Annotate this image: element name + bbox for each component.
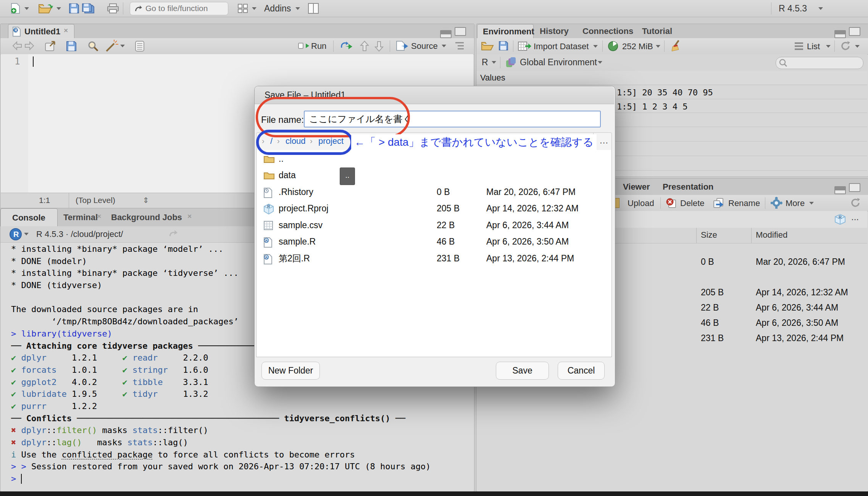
language-menu[interactable]: R <box>482 57 488 68</box>
memory-pie-icon[interactable] <box>608 41 618 54</box>
refresh-icon[interactable] <box>840 40 851 54</box>
tab-viewer[interactable]: Viewer <box>623 182 650 192</box>
language-caret[interactable] <box>492 61 496 64</box>
refresh-caret[interactable] <box>855 45 860 48</box>
file-row-rhistory[interactable]: .Rhistory 0 B Mar 20, 2026, 6:47 PM <box>258 184 610 201</box>
maximize-icon[interactable] <box>455 27 466 36</box>
cancel-button[interactable]: Cancel <box>558 362 605 380</box>
back-icon[interactable] <box>12 41 23 53</box>
save-icon[interactable] <box>69 3 79 16</box>
path-ellipsis-button[interactable]: ... <box>851 212 859 222</box>
save-button[interactable]: Save <box>496 362 549 380</box>
tab-terminal[interactable]: Terminal <box>63 213 98 222</box>
rerun-icon[interactable] <box>340 41 353 53</box>
global-environment-menu[interactable]: Global Environment <box>520 57 597 68</box>
source-window-buttons[interactable] <box>440 27 466 38</box>
maximize-icon[interactable] <box>849 183 860 192</box>
save-workspace-icon[interactable] <box>499 41 508 53</box>
panes-caret[interactable] <box>252 7 257 10</box>
file-row-data[interactable]: data <box>258 167 610 184</box>
delete-icon[interactable] <box>666 198 677 211</box>
import-dataset-icon[interactable] <box>518 40 531 54</box>
memory-usage-button[interactable]: 252 MiB <box>622 42 653 52</box>
refresh-icon[interactable] <box>850 197 861 211</box>
tab-console[interactable]: Console <box>0 208 58 226</box>
tab-close-icon[interactable]: × <box>64 26 68 35</box>
show-directory-icon[interactable] <box>168 229 178 240</box>
document-outline-icon[interactable] <box>455 41 465 53</box>
env-value-row[interactable]: 1:5] 20 35 40 70 95 <box>617 88 713 97</box>
size-column-header[interactable]: Size <box>701 230 717 240</box>
more-button[interactable]: More <box>786 198 805 208</box>
maximize-icon[interactable] <box>849 27 860 36</box>
import-dataset-caret[interactable] <box>593 45 598 48</box>
list-view-caret[interactable] <box>826 45 831 48</box>
goto-file-box[interactable] <box>130 2 228 15</box>
addins-caret[interactable] <box>295 7 300 10</box>
new-file-caret[interactable] <box>24 7 29 10</box>
rename-icon[interactable] <box>713 198 725 211</box>
print-icon[interactable] <box>107 3 119 16</box>
environment-search-box[interactable] <box>776 57 863 69</box>
code-tools-caret[interactable] <box>120 45 125 47</box>
forward-icon[interactable] <box>24 41 35 53</box>
code-tools-wand-icon[interactable] <box>104 40 119 55</box>
compile-report-icon[interactable] <box>135 40 145 54</box>
file-row-csv[interactable]: sample.csv 22 B Apr 6, 2026, 3:44 AM <box>258 217 610 234</box>
r-version-menu[interactable]: R 4.5.3 <box>779 3 807 14</box>
save-icon[interactable] <box>66 41 77 54</box>
modified-column-header[interactable]: Modified <box>756 230 787 240</box>
scope-label[interactable]: (Top Level) <box>76 196 115 205</box>
r-version-caret[interactable] <box>818 7 823 10</box>
open-file-caret[interactable] <box>56 7 61 10</box>
upload-button[interactable]: Upload <box>628 198 654 208</box>
tab-untitled1[interactable]: R Untitled1 × <box>8 24 74 38</box>
tab-connections[interactable]: Connections <box>582 26 633 36</box>
load-workspace-icon[interactable] <box>481 41 495 54</box>
source-button[interactable]: Source <box>411 41 438 51</box>
env-value-row[interactable]: 1:5] 1 2 3 4 5 <box>617 102 687 111</box>
minimize-icon[interactable] <box>834 186 846 194</box>
columns-layout-icon[interactable] <box>308 3 319 16</box>
console-r-caret[interactable] <box>24 233 29 235</box>
tab-terminal-close-icon[interactable]: × <box>97 212 101 221</box>
global-environment-caret[interactable] <box>598 61 602 64</box>
file-row-rproj[interactable]: R project.Rproj 205 B Apr 14, 2026, 12:3… <box>258 200 610 217</box>
new-file-icon[interactable] <box>10 3 21 16</box>
open-in-window-icon[interactable] <box>45 41 56 54</box>
search-icon[interactable] <box>87 40 99 54</box>
gear-icon[interactable] <box>770 197 782 211</box>
tab-history[interactable]: History <box>540 26 569 36</box>
file-row-dai2kai[interactable]: R 第2回.R 231 B Apr 13, 2026, 2:44 PM <box>258 250 610 267</box>
tab-background-jobs-close-icon[interactable]: × <box>187 212 192 221</box>
workspace-panes-icon[interactable] <box>237 3 248 16</box>
clear-broom-icon[interactable] <box>670 40 682 55</box>
tab-presentation[interactable]: Presentation <box>663 182 713 192</box>
addins-button[interactable]: Addins <box>264 3 291 14</box>
file-row-sample-r[interactable]: R sample.R 46 B Apr 6, 2026, 3:50 AM <box>258 234 610 250</box>
import-dataset-button[interactable]: Import Dataset <box>534 42 589 52</box>
open-file-icon[interactable] <box>38 3 53 17</box>
files-window-buttons[interactable] <box>834 183 860 194</box>
delete-button[interactable]: Delete <box>680 198 705 208</box>
go-down-icon[interactable] <box>374 40 384 54</box>
tab-background-jobs[interactable]: Background Jobs <box>111 213 182 222</box>
list-view-icon[interactable] <box>794 42 804 53</box>
tab-tutorial[interactable]: Tutorial <box>642 26 672 36</box>
source-doc-icon[interactable] <box>396 40 409 53</box>
list-view-button[interactable]: List <box>807 42 820 52</box>
more-caret[interactable] <box>809 202 814 205</box>
breadcrumb-ellipsis-button[interactable]: … <box>599 135 608 146</box>
new-folder-button[interactable]: New Folder <box>261 362 320 380</box>
minimize-icon[interactable] <box>440 30 452 38</box>
save-all-icon[interactable] <box>82 3 95 16</box>
goto-file-input[interactable] <box>145 3 224 13</box>
run-icon[interactable] <box>298 41 310 53</box>
environment-window-buttons[interactable] <box>834 27 860 38</box>
memory-caret[interactable] <box>656 45 660 48</box>
source-caret[interactable] <box>442 45 446 47</box>
go-up-icon[interactable] <box>360 40 369 54</box>
scope-updown-icon[interactable]: ⇕ <box>143 196 149 205</box>
tab-environment[interactable]: Environment <box>477 24 534 38</box>
rename-button[interactable]: Rename <box>728 198 760 208</box>
